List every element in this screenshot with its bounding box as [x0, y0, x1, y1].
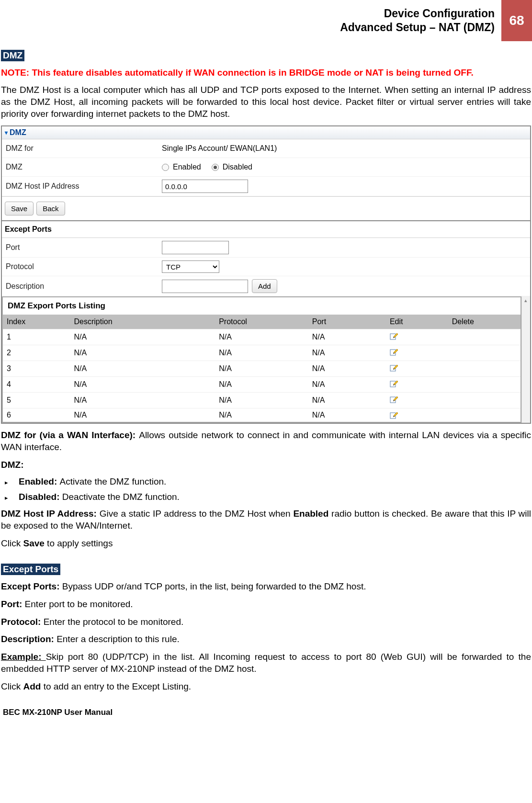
- header-line1: Device Configuration: [340, 7, 495, 21]
- edit-icon[interactable]: [390, 348, 398, 356]
- edit-icon[interactable]: [390, 411, 398, 419]
- bullet-enabled: Enabled: Activate the DMZ function.: [21, 476, 531, 487]
- cell-index: 4: [3, 377, 70, 393]
- cell-protocol: N/A: [215, 361, 308, 377]
- desc-click-save: Click Save to apply settings: [1, 538, 531, 550]
- table-row: 5N/AN/AN/A: [3, 393, 521, 408]
- edit-icon[interactable]: [390, 396, 398, 403]
- table-row: 6N/AN/AN/A: [3, 408, 521, 422]
- cell-port: N/A: [308, 345, 386, 361]
- listing-box: DMZ Export Ports Listing Index Descripti…: [2, 296, 521, 423]
- cell-index: 6: [3, 408, 70, 422]
- listing-title: DMZ Export Ports Listing: [3, 297, 521, 315]
- cell-index: 2: [3, 345, 70, 361]
- panel-title-bar: ▾ DMZ: [2, 126, 530, 139]
- col-index: Index: [3, 315, 70, 329]
- cell-port: N/A: [308, 361, 386, 377]
- cell-delete: [448, 377, 521, 393]
- cell-delete: [448, 345, 521, 361]
- col-protocol: Protocol: [215, 315, 308, 329]
- desc-protocol: Protocol: Enter the protocol to be monit…: [1, 616, 531, 628]
- panel-title: DMZ: [10, 128, 26, 137]
- page-header-title: Device Configuration Advanced Setup – NA…: [340, 0, 501, 41]
- except-ports-header: Except Ports: [2, 221, 530, 238]
- dmz-for-value: Single IPs Account/ EWAN(LAN1): [160, 141, 530, 156]
- dmz-disabled-radio[interactable]: [212, 164, 219, 171]
- scrollbar[interactable]: ▴: [521, 296, 530, 423]
- cell-port: N/A: [308, 393, 386, 408]
- col-port: Port: [308, 315, 386, 329]
- desc-port: Port: Enter port to be monitored.: [1, 599, 531, 611]
- listing-table: Index Description Protocol Port Edit Del…: [3, 315, 521, 422]
- cell-description: N/A: [70, 377, 215, 393]
- desc-host-ip: DMZ Host IP Address: Give a static IP ad…: [1, 508, 531, 532]
- scroll-up-icon[interactable]: ▴: [522, 297, 529, 304]
- description-label: Description: [2, 277, 160, 295]
- header-line2: Advanced Setup – NAT (DMZ): [340, 21, 495, 34]
- cell-description: N/A: [70, 361, 215, 377]
- cell-protocol: N/A: [215, 345, 308, 361]
- save-button[interactable]: Save: [5, 202, 34, 215]
- cell-description: N/A: [70, 393, 215, 408]
- cell-description: N/A: [70, 329, 215, 345]
- dmz-disabled-radio-label: Disabled: [223, 163, 252, 171]
- page-number: 68: [501, 0, 532, 41]
- back-button[interactable]: Back: [36, 202, 65, 215]
- dmz-enabled-radio[interactable]: [162, 164, 169, 171]
- cell-index: 5: [3, 393, 70, 408]
- section-dmz-label: DMZ: [1, 50, 24, 61]
- col-delete: Delete: [448, 315, 521, 329]
- note-red: NOTE: This feature disables automaticall…: [1, 67, 531, 79]
- page-header: Device Configuration Advanced Setup – NA…: [0, 0, 532, 41]
- dmz-host-ip-input[interactable]: [162, 180, 248, 193]
- edit-icon[interactable]: [390, 380, 398, 387]
- add-button[interactable]: Add: [252, 279, 277, 293]
- cell-index: 1: [3, 329, 70, 345]
- dmz-enabled-radio-label: Enabled: [173, 163, 201, 171]
- dmz-config-panel: ▾ DMZ DMZ for Single IPs Account/ EWAN(L…: [1, 125, 531, 424]
- col-edit: Edit: [386, 315, 448, 329]
- port-input[interactable]: [162, 241, 229, 254]
- section-except-ports-label: Except Ports: [1, 564, 60, 575]
- cell-index: 3: [3, 361, 70, 377]
- edit-icon[interactable]: [390, 332, 398, 340]
- cell-description: N/A: [70, 408, 215, 422]
- intro-paragraph: The DMZ Host is a local computer which h…: [1, 84, 531, 120]
- desc-dmz-for: DMZ for (via a WAN Interface): Allows ou…: [1, 430, 531, 453]
- table-row: 3N/AN/AN/A: [3, 361, 521, 377]
- cell-port: N/A: [308, 408, 386, 422]
- port-label: Port: [2, 238, 160, 257]
- footer: BEC MX-210NP User Manual: [1, 708, 531, 717]
- cell-port: N/A: [308, 329, 386, 345]
- edit-icon[interactable]: [390, 364, 398, 372]
- bullet-disabled: Disabled: Deactivate the DMZ function.: [21, 492, 531, 502]
- dmz-for-label: DMZ for: [2, 139, 160, 158]
- cell-protocol: N/A: [215, 329, 308, 345]
- desc-click-add: Click Add to add an entry to the Except …: [1, 681, 531, 693]
- collapse-icon[interactable]: ▾: [5, 129, 8, 136]
- cell-delete: [448, 393, 521, 408]
- description-input[interactable]: [162, 280, 248, 293]
- desc-dmz-head: DMZ:: [1, 459, 531, 471]
- table-row: 2N/AN/AN/A: [3, 345, 521, 361]
- cell-protocol: N/A: [215, 377, 308, 393]
- desc-example: Example: Skip port 80 (UDP/TCP) in the l…: [1, 651, 531, 675]
- protocol-select[interactable]: TCP: [162, 260, 219, 273]
- cell-port: N/A: [308, 377, 386, 393]
- cell-delete: [448, 408, 521, 422]
- dmz-label: DMZ: [2, 158, 160, 176]
- cell-protocol: N/A: [215, 393, 308, 408]
- desc-except-ports: Except Ports: Bypass UDP or/and TCP port…: [1, 581, 531, 593]
- cell-description: N/A: [70, 345, 215, 361]
- dmz-host-ip-label: DMZ Host IP Address: [2, 177, 160, 195]
- table-row: 1N/AN/AN/A: [3, 329, 521, 345]
- desc-description: Description: Enter a description to this…: [1, 633, 531, 645]
- table-row: 4N/AN/AN/A: [3, 377, 521, 393]
- cell-delete: [448, 329, 521, 345]
- cell-delete: [448, 361, 521, 377]
- protocol-label: Protocol: [2, 258, 160, 276]
- cell-protocol: N/A: [215, 408, 308, 422]
- col-description: Description: [70, 315, 215, 329]
